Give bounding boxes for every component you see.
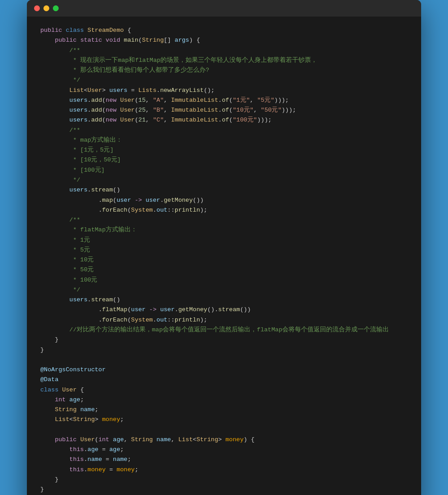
close-button[interactable] [34, 5, 40, 11]
titlebar [27, 0, 421, 17]
code-window: public class StreamDemo { public static … [27, 0, 421, 495]
minimize-button[interactable] [43, 5, 49, 11]
maximize-button[interactable] [53, 5, 59, 11]
code-editor: public class StreamDemo { public static … [27, 17, 421, 495]
